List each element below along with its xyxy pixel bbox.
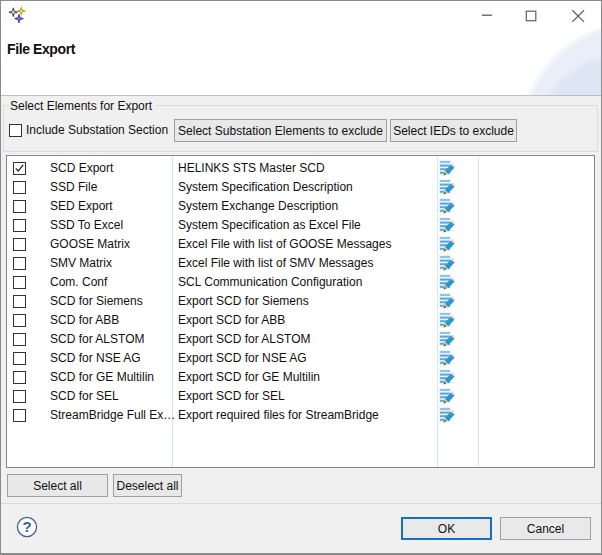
svg-text:?: ?: [22, 518, 31, 535]
